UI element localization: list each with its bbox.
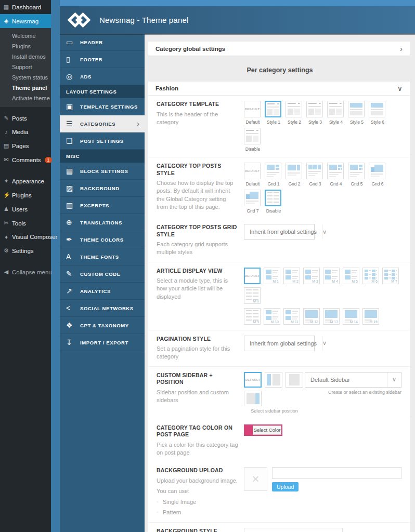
setting-desc: Pick a color for this category tag on po… <box>157 441 239 457</box>
style-thumbnail[interactable]: Grid 5 <box>348 163 366 187</box>
wp-menu-item[interactable]: ♦ Visual Composer <box>0 230 51 244</box>
tag-color-swatch[interactable]: Select Color <box>244 424 282 436</box>
wp-submenu-item[interactable]: Support <box>0 62 51 72</box>
module-thumbnail[interactable]: M 10 <box>264 308 280 325</box>
setting-row-category-template: CATEGORY TEMPLATE This is the header of … <box>148 96 410 157</box>
module-thumbnail[interactable]: M 5 <box>343 268 359 284</box>
module-thumbnail[interactable]: M 7 <box>382 268 399 284</box>
module-thumbnail[interactable]: M 1 <box>264 268 280 284</box>
module-thumbnail[interactable]: M 9 <box>244 308 261 325</box>
theme-sidebar-item[interactable]: ▨ BACKGROUND <box>60 180 145 197</box>
theme-sidebar-item[interactable]: ◎ ADS <box>60 68 145 85</box>
upload-button[interactable]: Upload <box>272 482 299 491</box>
background-style-option[interactable]: Default ✓ <box>244 528 342 532</box>
thumbnail-preview <box>329 103 342 115</box>
theme-sidebar-item[interactable]: < SOCIAL NETWORKS <box>60 300 145 317</box>
module-thumbnail[interactable]: M 2 <box>283 268 300 284</box>
style-thumbnail[interactable]: DEFAULT Default <box>244 163 262 187</box>
module-thumbnail[interactable]: M 6 <box>362 268 379 284</box>
style-thumbnail[interactable]: Style 3 <box>306 101 324 125</box>
thumbnail-label: Style 6 <box>369 119 386 125</box>
wp-submenu-item[interactable]: Install demos <box>0 51 51 62</box>
thumbnail-preview <box>267 103 279 115</box>
per-category-settings-heading[interactable]: Per category settings <box>145 66 415 74</box>
module-thumbnail[interactable]: M 8 <box>244 287 261 304</box>
wp-submenu-label: Activate theme <box>12 95 50 101</box>
wp-submenu-item[interactable]: Theme panel <box>0 83 51 93</box>
theme-sidebar-item[interactable]: ↧ IMPORT / EXPORT <box>60 334 145 351</box>
wp-submenu-item[interactable]: Activate theme <box>0 93 51 103</box>
module-thumbnail[interactable]: M 3 <box>303 268 320 284</box>
style-thumbnail[interactable]: DEFAULT Default <box>244 101 262 125</box>
thumbnail-preview <box>371 103 383 115</box>
background-url-input[interactable] <box>272 467 401 479</box>
wp-submenu-item[interactable]: System status <box>0 72 51 83</box>
theme-sidebar-icon: ▥ <box>66 201 80 209</box>
style-thumbnail[interactable]: Style 6 <box>369 101 386 125</box>
sidebar-position-thumbnail[interactable] <box>286 372 303 388</box>
wp-menu-item[interactable]: ✎ Posts <box>0 111 51 125</box>
module-thumbnail[interactable]: M 15 <box>362 308 379 325</box>
theme-sidebar-item[interactable]: ▦ BLOCK SETTINGS <box>60 163 145 180</box>
wp-menu-item[interactable]: ✉ Comments 1 <box>0 153 51 167</box>
wp-menu-item[interactable]: ⚡ Plugins <box>0 188 51 202</box>
style-thumbnail[interactable]: Grid 4 <box>327 163 345 187</box>
style-thumbnail[interactable]: Style 4 <box>327 101 345 125</box>
style-thumbnail[interactable]: Disable <box>244 128 262 152</box>
style-thumbnail[interactable]: Grid 7 <box>244 190 262 214</box>
module-thumbnail[interactable]: M 13 <box>323 308 340 325</box>
module-thumbnail[interactable]: M 4 <box>323 268 340 284</box>
thumbnail-label: Grid 3 <box>306 181 324 187</box>
theme-sidebar-item[interactable]: ☰ CATEGORIES › <box>60 115 145 132</box>
sidebar-position-thumbnail[interactable]: DEFAULT <box>244 372 262 388</box>
category-accordion-fashion[interactable]: Fashion ∨ <box>148 82 410 96</box>
style-thumbnail[interactable]: Style 1 <box>265 101 282 125</box>
wp-menu-item[interactable]: ▦ Dashboard <box>0 0 51 14</box>
wp-menu-item[interactable]: ♪ Media <box>0 125 51 139</box>
select-color-button[interactable]: Select Color <box>253 425 281 435</box>
theme-sidebar-item[interactable]: A THEME FONTS <box>60 248 145 265</box>
collapse-menu-button[interactable]: ◀ Collapse menu <box>0 265 51 279</box>
theme-sidebar-label: CATEGORIES <box>80 121 115 127</box>
theme-sidebar-item[interactable]: ❏ POST SETTINGS <box>60 132 145 150</box>
style-thumbnail[interactable]: Grid 3 <box>306 163 324 187</box>
style-thumbnail[interactable]: Style 2 <box>286 101 303 125</box>
sidebar-position-thumbnail[interactable] <box>265 372 282 388</box>
category-global-settings-accordion[interactable]: Category global settings › <box>148 42 410 56</box>
sidebar-position-thumbnail[interactable] <box>244 391 262 406</box>
sidebar-dropdown[interactable]: Default Sidebar ∨ <box>305 372 401 388</box>
style-thumbnail[interactable]: Grid 2 <box>286 163 303 187</box>
grid-style-dropdown[interactable]: Inherit from global settings ∨ <box>244 224 315 240</box>
wp-submenu-item[interactable]: Plugins <box>0 41 51 51</box>
style-thumbnail[interactable]: Grid 1 <box>265 163 282 187</box>
wp-menu-item[interactable]: ✦ Appearance <box>0 174 51 188</box>
theme-sidebar-item[interactable]: ⊕ TRANSLATIONS <box>60 214 145 231</box>
theme-sidebar-item[interactable]: MISC <box>60 150 145 163</box>
theme-sidebar-item[interactable]: ❖ CPT & TAXONOMY <box>60 317 145 334</box>
setting-title: CATEGORY TEMPLATE <box>157 101 239 108</box>
theme-sidebar-item[interactable]: ▯ FOOTER <box>60 51 145 68</box>
collapse-menu-label: Collapse menu <box>12 269 52 275</box>
module-thumbnail[interactable]: M 14 <box>343 308 359 325</box>
theme-sidebar-item[interactable]: ✒ THEME COLORS <box>60 231 145 248</box>
style-thumbnail[interactable]: Style 5 <box>348 101 366 125</box>
module-thumbnail[interactable]: DEFAULT <box>244 268 261 284</box>
module-thumbnail[interactable]: M 12 <box>303 308 320 325</box>
wp-menu-item[interactable]: ✂ Tools <box>0 216 51 230</box>
theme-sidebar-item[interactable]: LAYOUT SETTINGS <box>60 85 145 98</box>
wp-menu-item[interactable]: ◈ Newsmag <box>0 14 51 28</box>
theme-sidebar-item[interactable]: ▭ HEADER <box>60 34 145 51</box>
thumbnail-preview <box>329 165 342 177</box>
pagination-style-dropdown[interactable]: Inherit from global settings ∨ <box>244 336 315 351</box>
theme-sidebar-item[interactable]: ▥ EXCERPTS <box>60 197 145 214</box>
wp-menu-item[interactable]: ⚙ Settings <box>0 244 51 258</box>
wp-submenu-item[interactable]: Welcome <box>0 31 51 41</box>
wp-menu-item[interactable]: ♟ Users <box>0 202 51 216</box>
style-thumbnail[interactable]: Grid 6 <box>369 163 386 187</box>
style-thumbnail[interactable]: Disable <box>265 190 282 214</box>
theme-sidebar-item[interactable]: ↗ ANALYTICS <box>60 283 145 300</box>
module-thumbnail[interactable]: M 11 <box>283 308 300 325</box>
theme-sidebar-item[interactable]: ▣ TEMPLATE SETTINGS <box>60 98 145 115</box>
theme-sidebar-item[interactable]: ✎ CUSTOM CODE <box>60 265 145 283</box>
wp-menu-item[interactable]: ▤ Pages <box>0 139 51 153</box>
